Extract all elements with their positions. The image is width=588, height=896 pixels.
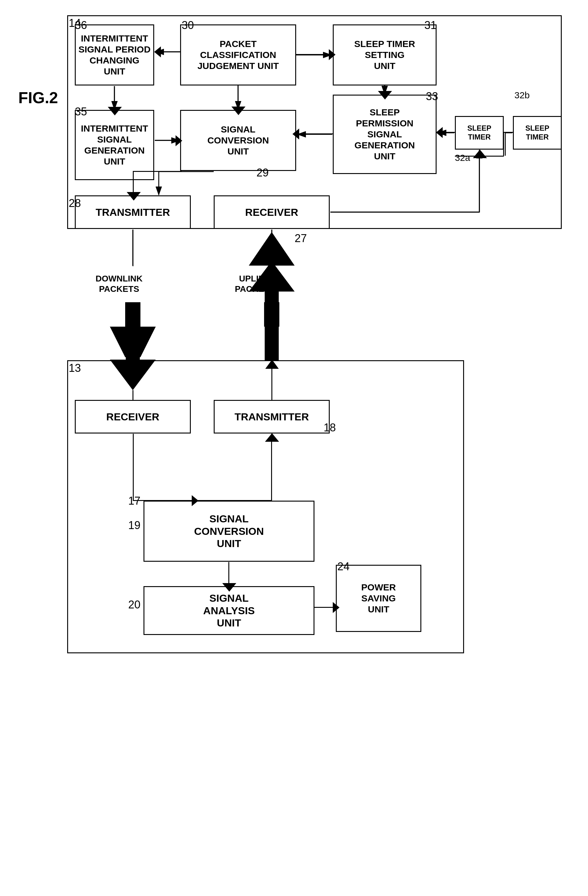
line-transmitter-down [133,230,133,266]
line-receiver-to-timers-h [331,212,480,212]
receiver-top-box: RECEIVER [214,195,330,229]
line-receiver-bot-h [133,500,197,501]
arrowhead-32a-to-perm [436,127,443,138]
ref-24: 24 [337,560,350,573]
arrowhead-sleep-to-sigconv [292,128,299,140]
ref-35: 35 [75,105,87,118]
line-sigconv-to-transmitter-bot-v [271,434,272,501]
sleep-timer-32a-box: SLEEP TIMER [455,116,504,149]
line-sigconv-to-transmitter-h [133,171,182,172]
uplink-arrow-shaft [265,290,279,360]
ref-32b: 32b [515,90,530,101]
downlink-arrow-shaft [126,327,140,360]
ref-31: 31 [424,19,437,32]
ref-20: 20 [128,598,140,611]
arrowhead-sigconv-analysis [222,583,236,592]
line-downlink-to-receiver [133,390,133,401]
uplink-arrow-head [249,261,295,291]
line-receiver-down [271,230,272,260]
downlink-arrow-head [110,360,156,390]
line-pkt-to-sigconv-v [238,85,238,110]
line-transmitter-bot-h [196,500,272,501]
arrowhead-sleep-set-perm [378,91,392,99]
line-receiver-to-timers-v [479,150,480,212]
downlink-label: DOWNLINK PACKETS [94,265,143,302]
line-receiver-bot-to-sigconv [133,434,134,501]
line-32b-to-32a-v [503,132,504,156]
ref-19: 19 [128,519,140,532]
line-pkt-to-sleep-timer-setting [296,54,333,55]
line-sleep-perm-to-sigconv [298,133,333,134]
diagram: FIG.2 14 PACKET CLASSIFICATION JUDGEMENT… [0,0,588,896]
fig-label: FIG.2 [18,88,58,107]
power-saving-box: POWER SAVING UNIT [336,565,421,632]
ref-17: 17 [128,495,140,507]
sleep-timer-setting-box: SLEEP TIMER SETTING UNIT [333,24,437,85]
ref-18: 18 [324,421,336,434]
arrowhead-analysis-power [333,602,340,613]
ref-30: 30 [182,19,194,32]
signal-conversion-bottom-box: SIGNAL CONVERSION UNIT [143,501,314,562]
transmitter-bottom-box: TRANSMITTER [214,400,330,433]
ref-32a: 32a [455,152,470,163]
sleep-permission-box: SLEEP PERMISSION SIGNAL GENERATION UNIT [333,94,437,174]
ref-28: 28 [69,197,81,210]
ref-36: 36 [75,19,87,32]
receiver-bottom-box: RECEIVER [75,400,191,433]
arrowhead-sigconv-transmitter [127,192,141,201]
signal-conversion-top-box: SIGNAL CONVERSION UNIT [180,110,296,171]
arrowhead-int-sig [175,135,182,146]
arrowhead-sigconv-to-trans-bot [265,433,279,442]
arrowhead-pkt-int [154,46,161,57]
ref-33: 33 [426,90,438,103]
line-32b-to-32a-h [503,132,514,133]
arrowhead-int-period-gen [108,107,122,116]
intermittent-signal-gen-box: INTERMITTENT SIGNAL GENERATION UNIT [75,110,154,180]
ref-13: 13 [69,362,81,375]
ref-29: 29 [256,166,269,179]
intermittent-period-changing-box: INTERMITTENT SIGNAL PERIOD CHANGING UNIT [75,24,154,85]
ref-27: 27 [295,232,307,245]
packet-classification-box: PACKET CLASSIFICATION JUDGEMENT UNIT [180,24,296,85]
arrowhead-pkt-sigconv [232,107,245,115]
arrowhead-pkt-sleep-setting [329,49,335,60]
arrowhead-receiver-timer [473,149,487,158]
signal-analysis-box: SIGNAL ANALYSIS UNIT [143,586,314,635]
arrowhead-uplink-to-transmitter [265,360,279,369]
sleep-timer-32b-box: SLEEP TIMER [513,116,562,149]
